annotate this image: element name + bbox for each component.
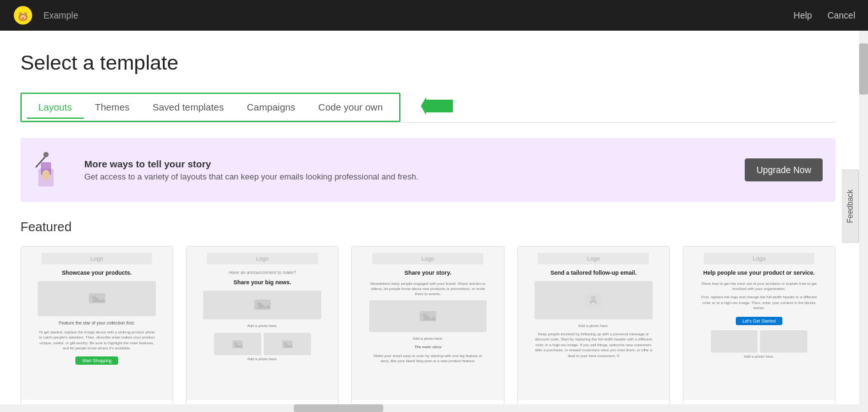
template-card-educate[interactable]: Logo Help people use your product or ser… bbox=[683, 246, 835, 412]
template-body-2: First, replace the logo and change the f… bbox=[700, 294, 818, 310]
template-headline: Help people use your product or service. bbox=[703, 270, 815, 277]
template-image-sm-2 bbox=[264, 333, 311, 355]
help-link[interactable]: Help bbox=[794, 10, 812, 20]
tabs-container: Layouts Themes Saved templates Campaigns… bbox=[20, 93, 400, 122]
template-body: Newsletters keep people engaged with you… bbox=[369, 281, 487, 297]
template-img-row bbox=[203, 332, 321, 356]
tab-code-your-own[interactable]: Code your own bbox=[307, 96, 394, 119]
mailchimp-logo bbox=[13, 5, 33, 26]
template-cta-btn: Start Shopping bbox=[75, 356, 118, 365]
template-add-photo-2: Add a photo here. bbox=[203, 356, 321, 362]
nav-left: Example bbox=[13, 5, 78, 26]
template-sub: Have an announcement to make? bbox=[229, 270, 296, 275]
template-card-follow-up[interactable]: Logo Send a tailored follow-up email. Ad… bbox=[517, 246, 670, 412]
tab-themes[interactable]: Themes bbox=[84, 96, 141, 119]
svg-point-7 bbox=[20, 13, 21, 14]
templates-grid: Logo Showcase your products. Feature the… bbox=[20, 246, 835, 412]
promo-title: More ways to tell your story bbox=[84, 158, 735, 169]
promo-text: More ways to tell your story Get access … bbox=[84, 158, 735, 181]
template-logo: Logo bbox=[207, 253, 318, 264]
template-image-sm-1 bbox=[214, 333, 261, 355]
horizontal-scrollbar-thumb[interactable] bbox=[294, 404, 383, 412]
template-card-sell-products[interactable]: Logo Showcase your products. Feature the… bbox=[20, 246, 173, 412]
template-main-story: The main story bbox=[369, 344, 487, 349]
template-image bbox=[38, 281, 156, 316]
template-preview-sell-products: Logo Showcase your products. Feature the… bbox=[21, 247, 172, 400]
arrow-indicator bbox=[421, 97, 453, 118]
promo-illustration bbox=[33, 149, 74, 190]
template-preview-tell-story: Logo Share your story. Newsletters keep … bbox=[352, 247, 503, 400]
promo-banner: More ways to tell your story Get access … bbox=[20, 138, 835, 202]
feedback-tab-container: Feedback bbox=[842, 169, 859, 243]
template-image-sm-1 bbox=[711, 330, 758, 353]
template-add-photo: Add a photo here. bbox=[535, 323, 653, 328]
template-image bbox=[203, 291, 321, 319]
template-card-announcement[interactable]: Logo Have an announcement to make? Share… bbox=[186, 246, 339, 412]
nav-right: Help Cancel bbox=[794, 10, 855, 20]
template-card-tell-story[interactable]: Logo Share your story. Newsletters keep … bbox=[351, 246, 504, 412]
template-headline: Share your big news. bbox=[234, 279, 292, 287]
template-add-photo: Add a photo here. bbox=[203, 323, 321, 328]
campaign-name: Example bbox=[43, 10, 78, 20]
page-title: Select a template bbox=[20, 51, 835, 75]
svg-marker-10 bbox=[421, 97, 453, 115]
featured-section-title: Featured bbox=[20, 220, 835, 234]
svg-point-32 bbox=[591, 296, 596, 301]
template-logo: Logo bbox=[538, 253, 649, 264]
template-body: Show how to get the most out of your pro… bbox=[700, 281, 818, 292]
template-headline: Share your story. bbox=[404, 270, 451, 277]
svg-point-14 bbox=[43, 152, 49, 157]
template-body: Keep people involved by following up wit… bbox=[535, 332, 653, 358]
svg-point-15 bbox=[42, 170, 50, 180]
cancel-link[interactable]: Cancel bbox=[827, 10, 855, 20]
tab-layouts[interactable]: Layouts bbox=[27, 96, 84, 119]
template-headline: Send a tailored follow-up email. bbox=[551, 270, 637, 277]
template-preview-educate: Logo Help people use your product or ser… bbox=[683, 247, 835, 400]
vertical-scrollbar[interactable] bbox=[859, 31, 868, 412]
template-add-photo: Add a photo here. bbox=[700, 354, 818, 359]
svg-point-9 bbox=[22, 17, 24, 19]
template-logo: Logo bbox=[704, 253, 815, 264]
template-add-photo: Add a photo here. bbox=[369, 336, 487, 341]
template-headline: Showcase your products. bbox=[62, 270, 132, 277]
template-body: To get started, replace the image above … bbox=[38, 330, 156, 351]
template-preview-announcement: Logo Have an announcement to make? Share… bbox=[187, 247, 338, 400]
tab-saved-templates[interactable]: Saved templates bbox=[141, 96, 236, 119]
template-logo: Logo bbox=[372, 253, 483, 264]
template-preview-follow-up: Logo Send a tailored follow-up email. Ad… bbox=[518, 247, 669, 400]
template-image bbox=[369, 300, 487, 332]
template-logo: Logo bbox=[42, 253, 153, 264]
template-image bbox=[535, 281, 653, 319]
template-cta-btn: Let's Get Started bbox=[736, 317, 782, 325]
svg-point-8 bbox=[26, 13, 26, 14]
template-body-2: Make your email easy to scan by starting… bbox=[369, 353, 487, 364]
tab-campaigns[interactable]: Campaigns bbox=[235, 96, 307, 119]
upgrade-now-button[interactable]: Upgrade Now bbox=[745, 158, 823, 181]
feedback-tab[interactable]: Feedback bbox=[842, 169, 859, 243]
template-image-sm-2 bbox=[760, 330, 807, 353]
horizontal-scrollbar[interactable] bbox=[0, 404, 859, 412]
template-subheadline: Feature the star of your collection firs… bbox=[59, 320, 135, 326]
promo-description: Get access to a variety of layouts that … bbox=[84, 172, 735, 181]
tabs-wrapper: Layouts Themes Saved templates Campaigns… bbox=[20, 93, 835, 123]
top-navigation: Example Help Cancel bbox=[0, 0, 868, 31]
template-img-row bbox=[700, 329, 818, 354]
scrollbar-thumb[interactable] bbox=[859, 43, 868, 95]
main-content: Select a template Layouts Themes Saved t… bbox=[0, 31, 856, 412]
